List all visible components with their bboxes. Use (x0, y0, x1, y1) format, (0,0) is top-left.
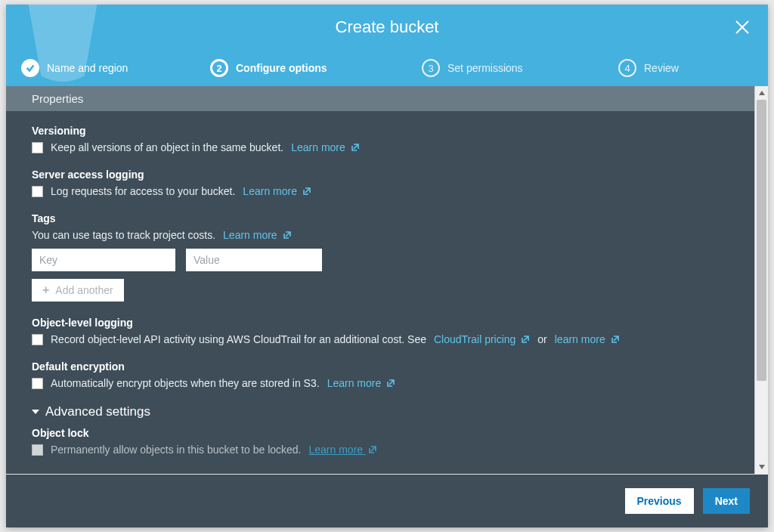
modal-footer: Previous Next (6, 475, 768, 527)
link-text: CloudTrail pricing (434, 333, 515, 345)
versioning-checkbox[interactable] (32, 142, 43, 153)
modal-title: Create bucket (336, 17, 439, 37)
external-link-icon (386, 378, 395, 387)
object-lock-desc: Permanently allow objects in this bucket… (51, 444, 302, 456)
encryption-checkbox[interactable] (32, 378, 43, 389)
svg-marker-2 (759, 91, 765, 95)
wizard-steps: Name and region 2 Configure options 3 Se… (6, 50, 768, 86)
advanced-settings-title: Advanced settings (45, 404, 150, 419)
step-number-icon: 4 (618, 59, 636, 77)
panel-body: Versioning Keep all versions of an objec… (6, 111, 754, 462)
create-bucket-modal: Create bucket Name and region 2 Configur… (6, 5, 768, 527)
wizard-step-label: Set permissions (447, 62, 523, 74)
link-text: Learn more (223, 229, 277, 241)
add-another-tag-button[interactable]: + Add another (32, 279, 124, 302)
close-button[interactable] (733, 18, 751, 36)
section-title: Tags (32, 212, 729, 224)
server-logging-checkbox[interactable] (32, 186, 43, 197)
encryption-desc: Automatically encrypt objects when they … (51, 377, 320, 389)
wizard-step-label: Name and region (47, 62, 128, 74)
section-title: Default encryption (32, 360, 729, 373)
section-title: Object-level logging (32, 317, 729, 329)
section-header-properties: Properties (6, 86, 754, 111)
plus-icon: + (42, 284, 49, 296)
next-button[interactable]: Next (703, 488, 750, 514)
wizard-step-name-region[interactable]: Name and region (14, 59, 210, 77)
scrollbar-thumb[interactable] (757, 100, 766, 381)
scroll-down-arrow-icon[interactable] (757, 462, 767, 472)
wizard-step-configure-options[interactable]: 2 Configure options (210, 59, 422, 77)
section-title: Versioning (32, 125, 729, 137)
tags-learn-more-link[interactable]: Learn more (223, 229, 291, 241)
encryption-learn-more-link[interactable]: Learn more (327, 377, 395, 389)
cloudtrail-pricing-link[interactable]: CloudTrail pricing (434, 333, 530, 345)
tag-input-row (32, 249, 729, 271)
modal-body: Properties Versioning Keep all versions … (6, 86, 768, 474)
tag-value-input[interactable] (186, 249, 322, 271)
tags-desc: You can use tags to track project costs. (32, 229, 215, 241)
section-title: Server access logging (32, 169, 729, 181)
server-logging-desc: Log requests for access to your bucket. (51, 185, 235, 197)
wizard-step-label: Configure options (236, 62, 327, 74)
external-link-icon (302, 186, 311, 195)
section-server-access-logging: Server access logging Log requests for a… (32, 169, 729, 197)
section-tags: Tags You can use tags to track project c… (32, 212, 729, 302)
server-logging-learn-more-link[interactable]: Learn more (243, 185, 311, 197)
step-number-icon: 3 (422, 59, 440, 77)
scrollbar-track[interactable] (755, 100, 768, 460)
link-text: Learn more (291, 141, 345, 153)
link-text: Learn more (309, 444, 364, 456)
external-link-icon (283, 230, 292, 239)
button-label: Add another (55, 284, 113, 296)
versioning-learn-more-link[interactable]: Learn more (291, 141, 359, 153)
wizard-step-label: Review (644, 62, 679, 74)
external-link-icon (521, 334, 530, 343)
wizard-step-review[interactable]: 4 Review (618, 59, 739, 77)
advanced-settings-toggle[interactable]: Advanced settings (32, 404, 729, 419)
or-text: or (537, 333, 546, 345)
object-lock-learn-more-link[interactable]: Learn more (309, 444, 377, 456)
external-link-icon (611, 334, 620, 343)
previous-button[interactable]: Previous (625, 488, 694, 514)
object-logging-checkbox[interactable] (32, 334, 43, 345)
caret-down-icon (32, 410, 39, 414)
section-object-level-logging: Object-level logging Record object-level… (32, 317, 729, 345)
section-versioning: Versioning Keep all versions of an objec… (32, 125, 729, 153)
scroll-up-arrow-icon[interactable] (757, 88, 767, 98)
link-text: Learn more (327, 377, 382, 389)
vertical-scrollbar[interactable] (754, 86, 768, 474)
modal-titlebar: Create bucket (6, 5, 768, 50)
check-icon (21, 59, 39, 77)
step-number-icon: 2 (210, 59, 228, 77)
section-title: Object lock (32, 427, 729, 439)
section-default-encryption: Default encryption Automatically encrypt… (32, 360, 729, 389)
link-text: Learn more (243, 185, 297, 197)
link-text: learn more (555, 333, 605, 345)
external-link-icon (368, 444, 377, 453)
object-logging-desc: Record object-level API activity using A… (51, 333, 426, 345)
object-lock-checkbox[interactable] (32, 444, 43, 456)
scroll-area: Properties Versioning Keep all versions … (6, 86, 754, 474)
close-icon (733, 26, 751, 39)
object-logging-learn-more-link[interactable]: learn more (555, 333, 620, 345)
section-object-lock: Object lock Permanently allow objects in… (32, 427, 729, 456)
external-link-icon (351, 142, 360, 151)
tag-key-input[interactable] (32, 249, 175, 271)
svg-marker-3 (759, 465, 765, 469)
versioning-desc: Keep all versions of an object in the sa… (51, 141, 283, 153)
wizard-step-set-permissions[interactable]: 3 Set permissions (422, 59, 618, 77)
